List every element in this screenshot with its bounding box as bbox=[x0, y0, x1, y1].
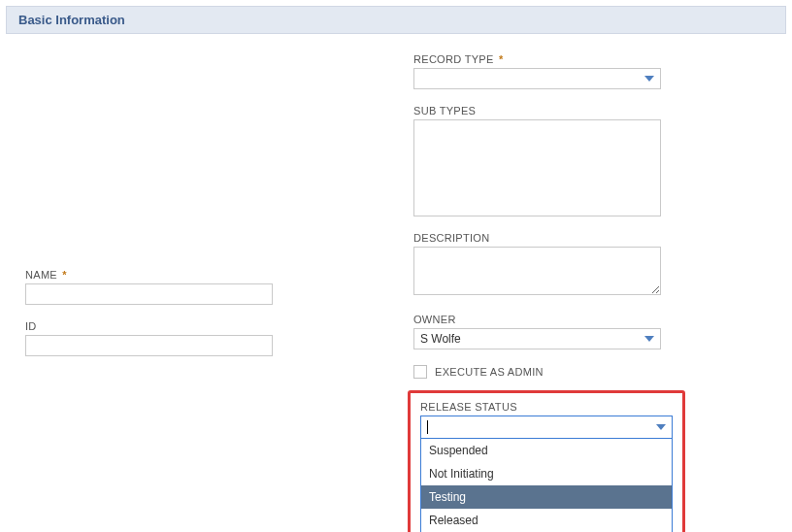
name-label: NAME * bbox=[25, 269, 384, 281]
required-marker-icon: * bbox=[499, 53, 504, 65]
execute-as-admin-field: EXECUTE AS ADMIN bbox=[413, 365, 767, 379]
sub-types-box[interactable] bbox=[413, 119, 661, 216]
owner-label: OWNER bbox=[413, 314, 767, 325]
chevron-down-icon bbox=[644, 76, 654, 82]
record-type-field: RECORD TYPE * bbox=[413, 53, 767, 89]
text-cursor-icon bbox=[427, 420, 428, 434]
release-status-highlight: RELEASE STATUS Suspended Not Initiating … bbox=[408, 390, 685, 532]
chevron-down-icon bbox=[656, 424, 666, 430]
owner-value: S Wolfe bbox=[420, 332, 461, 346]
left-column: NAME * ID bbox=[6, 53, 384, 532]
release-option-not-initiating[interactable]: Not Initiating bbox=[421, 462, 672, 485]
id-field: ID bbox=[25, 320, 384, 356]
section-title: Basic Information bbox=[18, 13, 125, 27]
description-field: DESCRIPTION bbox=[413, 232, 767, 298]
record-type-label: RECORD TYPE * bbox=[413, 53, 767, 65]
description-input[interactable] bbox=[413, 247, 661, 295]
section-header: Basic Information bbox=[6, 6, 786, 34]
owner-select[interactable]: S Wolfe bbox=[413, 328, 661, 349]
record-type-select[interactable] bbox=[413, 68, 661, 89]
sub-types-label: SUB TYPES bbox=[413, 105, 767, 116]
id-input[interactable] bbox=[25, 335, 273, 356]
release-option-suspended[interactable]: Suspended bbox=[421, 439, 672, 462]
required-marker-icon: * bbox=[62, 269, 67, 281]
release-option-released[interactable]: Released bbox=[421, 509, 672, 532]
release-status-label: RELEASE STATUS bbox=[420, 401, 673, 413]
id-label: ID bbox=[25, 320, 384, 332]
owner-field: OWNER S Wolfe bbox=[413, 314, 767, 349]
name-field: NAME * bbox=[25, 269, 384, 305]
form-body: NAME * ID RECORD TYPE * SUB TYPES bbox=[0, 34, 792, 532]
chevron-down-icon bbox=[644, 336, 654, 342]
name-input[interactable] bbox=[25, 283, 273, 305]
execute-as-admin-label: EXECUTE AS ADMIN bbox=[435, 366, 544, 378]
execute-as-admin-checkbox[interactable] bbox=[413, 365, 427, 379]
release-status-dropdown: Suspended Not Initiating Testing Release… bbox=[420, 439, 673, 532]
release-status-select[interactable] bbox=[420, 416, 673, 439]
description-label: DESCRIPTION bbox=[413, 232, 767, 244]
release-option-testing[interactable]: Testing bbox=[421, 485, 672, 509]
sub-types-field: SUB TYPES bbox=[413, 105, 767, 216]
right-column: RECORD TYPE * SUB TYPES DESCRIPTION OWNE… bbox=[384, 53, 786, 532]
